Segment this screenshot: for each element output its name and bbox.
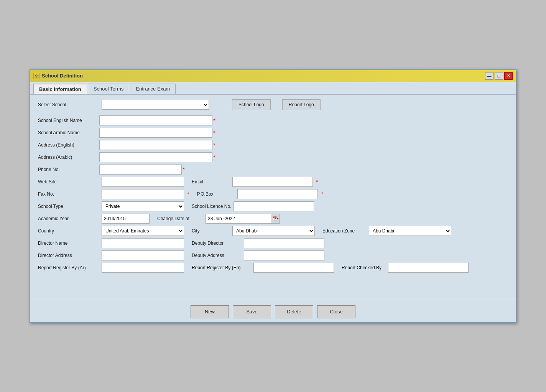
pobox-input[interactable]: [237, 189, 318, 199]
director-address-row: Director Address Deputy Address: [38, 250, 508, 260]
education-zone-pair: Education Zone Abu Dhabi: [322, 226, 451, 236]
change-date-label: Change Date at: [157, 216, 203, 221]
report-logo-button[interactable]: Report Logo: [282, 99, 321, 110]
city-label: City: [192, 228, 230, 234]
email-input[interactable]: [232, 177, 313, 187]
academic-year-label: Academic Year: [38, 216, 99, 221]
minimize-button[interactable]: —: [485, 72, 493, 80]
change-date-pair: Change Date at 📅▾: [157, 214, 280, 224]
window-title: School Definition: [42, 73, 83, 79]
school-arabic-name-row: School Arabic Name *: [38, 128, 508, 138]
director-name-input[interactable]: [102, 238, 184, 248]
tab-entrance-exam[interactable]: Entrance Exam: [130, 84, 176, 94]
report-checked-pair: Report Checked By: [342, 263, 469, 273]
tab-school-terms[interactable]: School Terms: [88, 84, 130, 94]
window-icon: 🏫: [33, 73, 39, 79]
footer-buttons: New Save Delete Close: [30, 299, 516, 322]
close-window-button[interactable]: ✕: [504, 72, 513, 80]
director-row: Director Name Deputy Director: [38, 238, 508, 248]
fax-pair: Fax No. *: [38, 189, 189, 199]
email-required: *: [316, 179, 318, 185]
school-english-name-input[interactable]: [99, 115, 212, 125]
education-zone-select[interactable]: Abu Dhabi: [369, 226, 451, 236]
new-button[interactable]: New: [191, 305, 229, 318]
academic-year-row: Academic Year Change Date at 📅▾: [38, 214, 508, 224]
address-arabic-input[interactable]: [99, 152, 212, 162]
director-name-label: Director Name: [38, 240, 99, 246]
tab-basic-information[interactable]: Basic Information: [33, 84, 87, 94]
report-register-en-pair: Report Register By (En): [192, 263, 334, 273]
calendar-button[interactable]: 📅▾: [271, 214, 280, 224]
fax-pobox-row: Fax No. * P.O.Box *: [38, 189, 508, 199]
director-address-label: Director Address: [38, 253, 99, 258]
spacer: [38, 275, 508, 290]
logo-section: School Logo Report Logo: [232, 99, 321, 110]
phone-no-label: Phone No.: [38, 167, 99, 172]
report-register-ar-input[interactable]: [102, 263, 184, 273]
school-licence-pair: School Licence No.: [192, 201, 314, 211]
date-picker-wrap: 📅▾: [206, 214, 280, 224]
main-window: 🏫 School Definition — □ ✕ Basic Informat…: [30, 69, 516, 323]
website-label: Web Site: [38, 179, 99, 184]
phone-no-input[interactable]: [99, 165, 182, 175]
deputy-address-pair: Deputy Address: [192, 250, 324, 260]
report-register-en-input[interactable]: [253, 263, 334, 273]
website-email-row: Web Site Email *: [38, 177, 508, 187]
address-arabic-required: *: [213, 154, 215, 160]
country-pair: Country United Arab Emirates: [38, 226, 184, 236]
school-english-required: *: [213, 117, 215, 124]
school-type-label: School Type: [38, 204, 99, 209]
title-bar: 🏫 School Definition — □ ✕: [30, 70, 516, 82]
deputy-director-label: Deputy Director: [192, 240, 242, 246]
content-area: Select School School Logo Report Logo Sc…: [30, 95, 516, 295]
maximize-button[interactable]: □: [495, 72, 503, 80]
school-english-name-row: School English Name *: [38, 115, 508, 125]
school-type-licence-row: School Type Private Public Semi-Private …: [38, 201, 508, 211]
deputy-director-input[interactable]: [244, 238, 324, 248]
fax-input[interactable]: [102, 189, 184, 199]
phone-required: *: [183, 166, 184, 173]
address-english-row: Address (English) *: [38, 140, 508, 150]
tabs-bar: Basic Information School Terms Entrance …: [30, 82, 516, 95]
academic-year-pair: Academic Year: [38, 214, 150, 224]
top-row: Select School School Logo Report Logo: [38, 99, 508, 110]
pobox-required: *: [321, 191, 323, 197]
academic-year-input[interactable]: [102, 214, 150, 224]
director-name-pair: Director Name: [38, 238, 184, 248]
report-checked-input[interactable]: [388, 263, 469, 273]
email-label: Email: [192, 179, 230, 184]
report-register-row: Report Register By (Ar) Report Register …: [38, 263, 508, 273]
country-city-zone-row: Country United Arab Emirates City Abu Dh…: [38, 226, 508, 236]
director-address-input[interactable]: [102, 250, 184, 260]
fax-required: *: [187, 191, 189, 197]
deputy-address-label: Deputy Address: [192, 253, 242, 258]
education-zone-label: Education Zone: [322, 228, 367, 234]
director-address-pair: Director Address: [38, 250, 184, 260]
website-input[interactable]: [102, 177, 184, 187]
school-arabic-name-input[interactable]: [99, 128, 212, 138]
phone-no-row: Phone No. *: [38, 165, 508, 175]
title-controls: — □ ✕: [485, 72, 513, 80]
select-school-pair: Select School: [38, 100, 209, 110]
deputy-director-pair: Deputy Director: [192, 238, 324, 248]
close-button[interactable]: Close: [317, 305, 355, 318]
address-arabic-row: Address (Arabic) *: [38, 152, 508, 162]
school-logo-button[interactable]: School Logo: [232, 99, 271, 110]
school-licence-label: School Licence No.: [192, 204, 231, 209]
school-licence-input[interactable]: [234, 201, 314, 211]
country-select[interactable]: United Arab Emirates: [102, 226, 184, 236]
select-school-dropdown[interactable]: [102, 100, 209, 110]
select-school-label: Select School: [38, 102, 99, 107]
school-english-name-label: School English Name: [38, 118, 99, 123]
delete-button[interactable]: Delete: [275, 305, 313, 318]
title-bar-left: 🏫 School Definition: [33, 73, 83, 79]
city-select[interactable]: Abu Dhabi: [232, 226, 315, 236]
address-english-input[interactable]: [99, 140, 212, 150]
deputy-address-input[interactable]: [244, 250, 324, 260]
school-type-select[interactable]: Private Public Semi-Private: [102, 201, 184, 211]
pobox-pair: P.O.Box *: [197, 189, 323, 199]
change-date-input[interactable]: [206, 214, 271, 224]
school-arabic-name-label: School Arabic Name: [38, 130, 99, 135]
save-button[interactable]: Save: [233, 305, 271, 318]
address-english-label: Address (English): [38, 142, 99, 148]
